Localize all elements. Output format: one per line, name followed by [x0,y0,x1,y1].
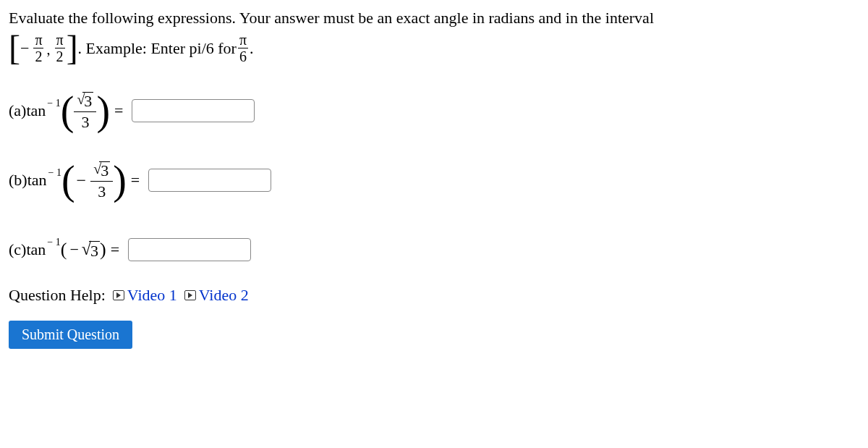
question-help-row: Question Help: Video 1 Video 2 [9,286,859,305]
play-icon [113,290,124,300]
minus-sign: − [69,240,78,259]
submit-button[interactable]: Submit Question [9,321,132,349]
superscript: − 1 [47,237,60,248]
label-a: (a) [9,101,26,120]
instructions: Evaluate the following expressions. Your… [9,6,859,66]
label-c: (c) [9,240,26,259]
problem-a: (a) tan − 1 ( 3 3 ) = [9,89,859,132]
answer-input-c[interactable] [128,238,251,261]
problem-b: (b) tan − 1 ( − 3 3 ) = [9,159,859,202]
equals-sign: = [114,101,123,120]
fn-tan: tan [26,101,46,120]
intro-text-1: Evaluate the following expressions. Your… [9,6,859,30]
arg-frac: 3 3 [74,90,96,131]
label-b: (b) [9,171,27,190]
help-label: Question Help: [9,286,106,305]
play-icon [184,290,196,300]
video-1-link[interactable]: Video 1 [113,286,177,305]
close-paren: ) [100,241,106,258]
video-2-link[interactable]: Video 2 [184,286,249,305]
video-2-label: Video 2 [199,286,249,305]
problem-c: (c) tan − 1 ( − 3 ) = [9,228,859,271]
close-paren: ) [113,163,127,198]
intro-text-2: . Example: Enter pi/6 for [78,36,237,60]
open-paren: ( [61,93,75,128]
arg-frac: 3 3 [90,160,113,200]
answer-input-a[interactable] [132,99,255,122]
equals-sign: = [131,171,140,190]
close-paren: ) [96,93,110,128]
sqrt-expr: 3 [82,240,100,261]
interval-expr: [ − π 2 , π 2 ] [9,30,78,66]
minus-sign: − [77,171,87,190]
open-paren: ( [61,241,67,258]
open-paren: ( [61,163,75,198]
answer-input-b[interactable] [148,169,271,192]
example-frac: π 6 [238,33,248,64]
intro-text-3: . [250,36,254,60]
superscript: − 1 [47,98,60,109]
superscript: − 1 [48,167,61,179]
fn-tan: tan [26,240,46,259]
fn-tan: tan [27,171,47,190]
video-1-label: Video 1 [127,286,177,305]
equals-sign: = [111,240,119,259]
